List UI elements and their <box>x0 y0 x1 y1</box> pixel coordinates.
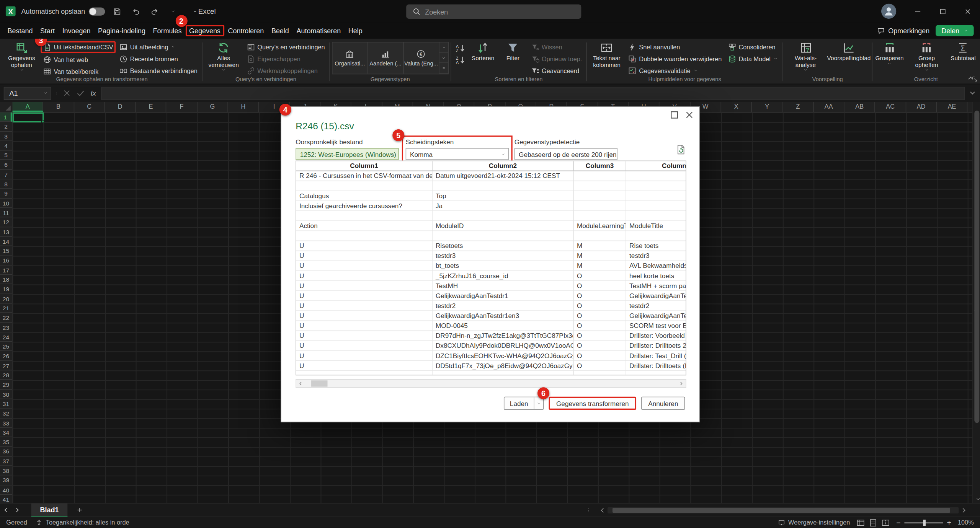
row-header-8[interactable]: 8 <box>0 179 12 189</box>
sheet-nav-right-button[interactable] <box>11 503 22 517</box>
row-header-23[interactable]: 23 <box>0 323 12 332</box>
menu-tab-gegevens[interactable]: Gegevens2 <box>185 25 224 36</box>
row-header-3[interactable]: 3 <box>0 132 12 141</box>
page-layout-view-button[interactable] <box>869 518 877 527</box>
horizontal-scroll-thumb[interactable] <box>612 508 950 513</box>
close-button[interactable] <box>955 0 980 23</box>
menu-tab-controleren[interactable]: Controleren <box>224 25 268 36</box>
column-header-AC[interactable]: AC <box>875 102 906 112</box>
column-header-AB[interactable]: AB <box>844 102 875 112</box>
zoom-slider-thumb[interactable] <box>923 520 926 526</box>
share-button[interactable]: Delen <box>936 25 973 36</box>
page-break-view-button[interactable] <box>881 518 890 527</box>
gallery-more-button[interactable] <box>439 63 448 73</box>
flash-fill-button[interactable]: Snel aanvullen <box>626 41 724 52</box>
preview-horizontal-scrollbar[interactable] <box>296 379 686 388</box>
collapse-ribbon-button[interactable] <box>966 74 975 82</box>
menu-tab-bestand[interactable]: Bestand <box>4 25 37 36</box>
properties-button[interactable]: Eigenschappen <box>244 53 327 64</box>
data-type-organization[interactable]: Organisati... <box>332 42 368 74</box>
menu-tab-start[interactable]: Start <box>36 25 59 36</box>
column-header-B[interactable]: B <box>43 102 74 112</box>
sort-descending-button[interactable]: ZA <box>453 54 467 65</box>
reapply-button[interactable]: Opnieuw toep. <box>529 53 585 64</box>
select-all-corner[interactable] <box>0 102 13 112</box>
comments-button[interactable]: Opmerkingen <box>877 26 929 34</box>
autosave-toggle[interactable]: Automatisch opslaan <box>21 7 105 15</box>
subtotal-button[interactable]: Σ Subtotaal <box>949 40 977 62</box>
row-header-30[interactable]: 30 <box>0 389 12 399</box>
row-header-5[interactable]: 5 <box>0 151 12 160</box>
search-input[interactable]: Zoeken <box>406 4 581 19</box>
gallery-down-button[interactable] <box>439 53 448 63</box>
row-header-18[interactable]: 18 <box>0 275 12 284</box>
column-header-A[interactable]: A <box>13 102 43 112</box>
scroll-down-icon[interactable] <box>974 495 980 503</box>
zoom-out-button[interactable]: − <box>896 519 900 526</box>
row-header-31[interactable]: 31 <box>0 399 12 409</box>
avatar[interactable] <box>881 4 896 19</box>
column-header-AD[interactable]: AD <box>906 102 937 112</box>
column-header-AA[interactable]: AA <box>813 102 844 112</box>
accessibility-status[interactable]: Toegankelijkheid: alles in orde <box>36 519 129 526</box>
cancel-dialog-button[interactable]: Annuleren <box>641 397 685 410</box>
row-header-22[interactable]: 22 <box>0 313 12 323</box>
queries-connections-button[interactable]: Query's en verbindingen <box>244 41 327 52</box>
row-header-13[interactable]: 13 <box>0 227 12 237</box>
column-header-X[interactable]: X <box>721 102 752 112</box>
row-header-39[interactable]: 39 <box>0 476 12 485</box>
data-validation-button[interactable]: Gegevensvalidatie <box>626 65 724 76</box>
row-header-36[interactable]: 36 <box>0 447 12 456</box>
row-header-15[interactable]: 15 <box>0 246 12 256</box>
scroll-right-icon[interactable] <box>960 507 968 514</box>
clear-filter-button[interactable]: Wissen <box>529 41 585 52</box>
row-header-1[interactable]: 1 <box>0 112 12 122</box>
text-to-columns-button[interactable]: Tekst naar kolommen <box>589 40 625 68</box>
row-header-9[interactable]: 9 <box>0 189 12 199</box>
menu-tab-help[interactable]: Help <box>345 25 366 36</box>
from-picture-button[interactable]: Uit afbeelding <box>117 41 200 52</box>
transform-data-button[interactable]: 6 Gegevens transformeren <box>549 397 636 410</box>
row-header-6[interactable]: 6 <box>0 160 12 170</box>
gallery-up-button[interactable] <box>439 42 448 53</box>
zoom-level[interactable]: 100% <box>955 519 974 526</box>
what-if-button[interactable]: ? Wat-als-analyse <box>785 40 826 72</box>
sheet-tab-blad1[interactable]: Blad1 <box>31 503 68 517</box>
row-header-33[interactable]: 33 <box>0 418 12 428</box>
data-type-currency[interactable]: € Valuta (Eng... <box>403 42 439 74</box>
formula-bar-drag-handle[interactable] <box>55 88 58 98</box>
workbook-links-button[interactable]: Werkmapkoppelingen <box>244 65 327 76</box>
delimiter-dropdown[interactable]: Komma <box>406 148 509 160</box>
data-model-button[interactable]: Data Model <box>725 53 781 64</box>
advanced-filter-button[interactable]: Geavanceerd <box>529 65 585 76</box>
preview-scroll-thumb[interactable] <box>311 380 327 386</box>
zoom-in-button[interactable]: + <box>947 519 951 526</box>
row-header-14[interactable]: 14 <box>0 237 12 246</box>
menu-tab-beeld[interactable]: Beeld <box>268 25 293 36</box>
save-button[interactable] <box>110 4 124 18</box>
vertical-scroll-thumb[interactable] <box>974 111 979 423</box>
formula-input[interactable] <box>101 86 965 99</box>
insert-function-button[interactable]: fx <box>89 89 97 97</box>
row-header-10[interactable]: 10 <box>0 199 12 208</box>
existing-connections-button[interactable]: Bestaande verbindingen <box>117 65 200 76</box>
row-header-21[interactable]: 21 <box>0 303 12 313</box>
row-header-11[interactable]: 11 <box>0 208 12 218</box>
cancel-entry-icon[interactable] <box>62 88 72 98</box>
add-sheet-button[interactable] <box>74 504 87 517</box>
normal-view-button[interactable] <box>856 518 865 527</box>
refresh-all-button[interactable]: Alles vernieuwen <box>204 40 243 72</box>
scroll-left-icon[interactable] <box>296 380 305 388</box>
toggle-off-icon[interactable] <box>89 7 105 15</box>
fill-handle[interactable] <box>41 120 44 123</box>
row-header-37[interactable]: 37 <box>0 456 12 466</box>
redo-button[interactable] <box>148 4 162 18</box>
scroll-right-icon[interactable] <box>677 380 686 388</box>
refresh-preview-icon[interactable] <box>676 144 686 155</box>
data-type-stocks[interactable]: Aandelen (... <box>368 42 403 74</box>
dialog-maximize-button[interactable] <box>667 109 682 121</box>
name-box[interactable]: A1 <box>4 86 51 99</box>
row-header-38[interactable]: 38 <box>0 466 12 476</box>
row-header-12[interactable]: 12 <box>0 218 12 227</box>
row-header-20[interactable]: 20 <box>0 294 12 303</box>
